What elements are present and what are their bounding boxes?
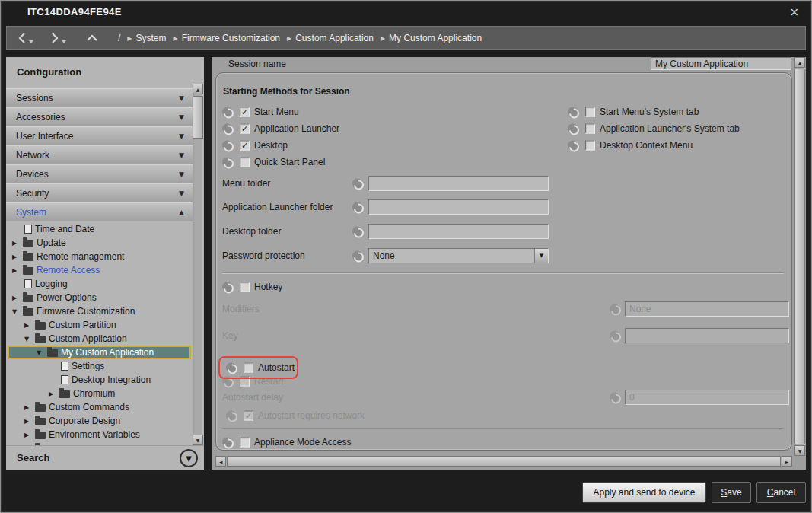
scroll-down-button[interactable]: ▼ (794, 445, 805, 456)
sidebar-section-accessories[interactable]: Accessories ▼ (6, 107, 193, 126)
forward-icon[interactable] (50, 32, 59, 44)
session-name-input[interactable]: My Custom Application (651, 57, 791, 70)
password-protection-select[interactable]: None ▼ (368, 248, 549, 263)
up-icon[interactable] (86, 33, 98, 43)
key-row: Key (216, 328, 788, 343)
reset-icon[interactable] (352, 202, 362, 212)
chevron-right-icon[interactable]: ▶ (12, 295, 23, 301)
back-icon[interactable] (18, 32, 27, 44)
document-icon (61, 375, 68, 384)
chevron-right-icon[interactable]: ▶ (12, 267, 23, 274)
application-launcher-system-tab-checkbox[interactable] (585, 124, 595, 134)
scrollbar-thumb[interactable] (794, 69, 805, 444)
chevron-right-icon[interactable]: ▶ (24, 404, 35, 411)
tree-item-time-and-date[interactable]: Time and Date (8, 222, 191, 236)
section-label: Accessories (16, 112, 179, 123)
breadcrumb-root[interactable]: / (118, 33, 120, 43)
document-icon (61, 362, 68, 371)
save-button[interactable]: Save (712, 482, 751, 503)
folder-icon (59, 390, 70, 398)
reset-icon[interactable] (568, 141, 578, 151)
sidebar-section-sessions[interactable]: Sessions ▼ (6, 88, 193, 107)
tree-item-firmware-customization[interactable]: ▼ Firmware Customization (8, 304, 191, 318)
field-label: Autostart delay (222, 392, 283, 403)
tree-item-remote-access[interactable]: ▶ Remote Access (8, 263, 191, 277)
tree-item-custom-partition[interactable]: ▶ Custom Partition (8, 318, 191, 332)
breadcrumb-item-my-custom-application[interactable]: My Custom Application (389, 33, 482, 43)
apply-and-send-button[interactable]: Apply and send to device (582, 482, 706, 503)
main-horizontal-scrollbar[interactable]: ◄ ► (215, 456, 792, 467)
tree-item-corporate-design[interactable]: ▶ Corporate Design (8, 414, 191, 428)
desktop-context-menu-checkbox[interactable] (585, 141, 595, 151)
scroll-left-button[interactable]: ◄ (215, 456, 226, 467)
sidebar-section-user-interface[interactable]: User Interface ▼ (6, 126, 193, 145)
reset-icon[interactable] (352, 179, 362, 189)
tree-item-my-custom-application[interactable]: ▼ My Custom Application (8, 346, 191, 359)
close-icon[interactable]: × (789, 5, 799, 19)
main-vertical-scrollbar[interactable]: ▲ ▼ (794, 57, 805, 456)
tree-item-custom-application[interactable]: ▼ Custom Application (8, 332, 191, 346)
quick-start-panel-checkbox[interactable] (240, 158, 250, 167)
hotkey-checkbox[interactable] (240, 282, 250, 292)
tree-item-label: Environment Variables (49, 429, 140, 440)
tree-item-label: Custom Commands (49, 402, 129, 413)
appliance-mode-access-checkbox[interactable] (240, 438, 250, 448)
tree-item-power-options[interactable]: ▶ Power Options (8, 291, 191, 304)
cancel-button[interactable]: Cancel (756, 482, 806, 503)
tree-item-update[interactable]: ▶ Update (8, 236, 191, 250)
dropdown-arrow-button[interactable]: ▼ (534, 249, 548, 263)
search-label: Search (17, 452, 49, 464)
reset-icon[interactable] (222, 438, 232, 448)
chevron-down-icon[interactable]: ▼ (24, 336, 35, 343)
reset-icon[interactable] (568, 124, 578, 134)
menu-folder-input[interactable] (368, 176, 549, 191)
reset-icon[interactable] (568, 107, 578, 117)
chevron-right-icon[interactable]: ▶ (49, 390, 59, 397)
reset-icon[interactable] (352, 251, 362, 261)
reset-icon (610, 393, 619, 403)
chevron-right-icon[interactable]: ▶ (24, 322, 35, 329)
checkbox-label: Hotkey (254, 282, 282, 292)
back-history-caret-icon[interactable] (29, 40, 33, 43)
application-launcher-folder-input[interactable] (368, 199, 549, 215)
start-menu-system-tab-checkbox[interactable] (585, 107, 595, 117)
start-menu-system-tab-row: Start Menu's System tab (216, 104, 788, 119)
tree-item-logging[interactable]: Logging (8, 277, 191, 291)
tree-item-chromium[interactable]: ▶ Chromium (8, 387, 191, 400)
chevron-down-icon[interactable]: ▼ (37, 349, 47, 356)
desktop-folder-input[interactable] (368, 224, 549, 239)
scrollbar-thumb[interactable] (227, 456, 781, 467)
scrollbar-thumb[interactable] (193, 96, 203, 139)
search-expand-button[interactable]: ▼ (180, 449, 198, 467)
sidebar-section-system[interactable]: System ▲ (6, 202, 193, 221)
field-label: Menu folder (222, 178, 270, 189)
chevron-right-icon[interactable]: ▶ (24, 418, 35, 425)
scroll-down-button[interactable]: ▼ (193, 435, 203, 445)
tree-item-label: My Custom Application (61, 347, 154, 358)
sidebar-scrollbar[interactable]: ▲ ▼ (193, 84, 203, 445)
chevron-right-icon[interactable]: ▶ (12, 253, 23, 260)
tree-item-remote-management[interactable]: ▶ Remote management (8, 250, 191, 263)
breadcrumb-item-firmware-customization[interactable]: Firmware Customization (182, 33, 280, 43)
tree-item-desktop-integration[interactable]: Desktop Integration (8, 373, 191, 387)
tree-item-environment-variables[interactable]: ▶ Environment Variables (8, 428, 191, 441)
reset-icon[interactable] (222, 282, 232, 292)
tree-item-label: Update (37, 237, 66, 248)
chevron-right-icon[interactable]: ▶ (24, 432, 35, 438)
scroll-right-button[interactable]: ► (782, 456, 792, 467)
sidebar-section-security[interactable]: Security ▼ (6, 183, 193, 202)
tree-item-settings[interactable]: Settings (8, 359, 191, 373)
tree-item-custom-commands[interactable]: ▶ Custom Commands (8, 400, 191, 414)
chevron-down-icon[interactable]: ▼ (12, 308, 23, 315)
breadcrumb-item-custom-application[interactable]: Custom Application (295, 33, 374, 43)
reset-icon[interactable] (352, 227, 362, 237)
scroll-up-button[interactable]: ▲ (193, 84, 203, 94)
scroll-up-button[interactable]: ▲ (794, 57, 805, 68)
chevron-right-icon[interactable]: ▶ (12, 240, 23, 247)
forward-history-caret-icon[interactable] (62, 40, 66, 43)
breadcrumb-item-system[interactable]: System (136, 33, 167, 43)
sidebar-section-network[interactable]: Network ▼ (6, 145, 193, 164)
sidebar-section-devices[interactable]: Devices ▼ (6, 164, 193, 183)
reset-icon[interactable] (222, 158, 232, 167)
autostart-highlight (218, 356, 298, 379)
